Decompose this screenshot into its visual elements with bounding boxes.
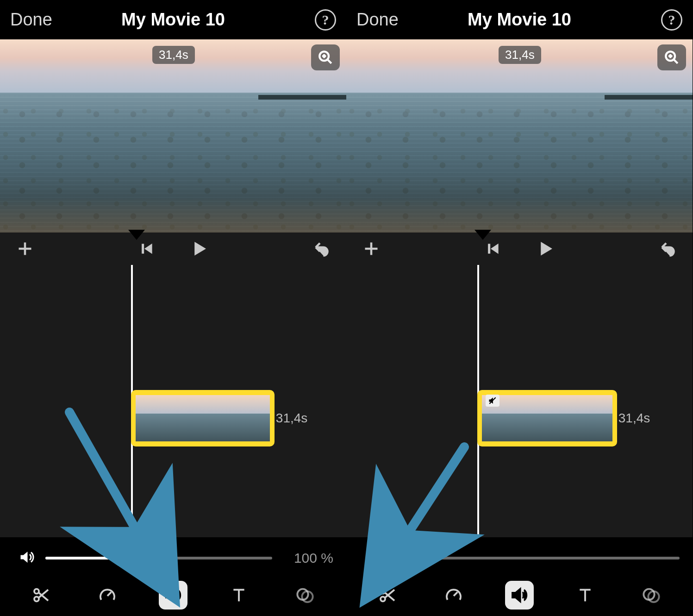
svg-line-23 bbox=[674, 59, 678, 63]
transport-bar bbox=[0, 233, 346, 265]
skip-start-icon bbox=[140, 242, 154, 256]
svg-marker-30 bbox=[541, 243, 552, 255]
done-button[interactable]: Done bbox=[356, 10, 399, 30]
preview-jetty bbox=[605, 95, 693, 100]
help-icon: ? bbox=[322, 12, 329, 28]
undo-icon bbox=[313, 240, 330, 257]
tool-tabs bbox=[346, 574, 693, 616]
volume-tool[interactable] bbox=[505, 581, 534, 610]
text-icon bbox=[230, 586, 248, 604]
text-icon bbox=[576, 586, 594, 604]
plus-icon bbox=[363, 240, 380, 257]
svg-marker-7 bbox=[145, 244, 152, 253]
play-button[interactable] bbox=[533, 237, 557, 261]
speaker-icon bbox=[164, 586, 182, 604]
gauge-icon bbox=[444, 586, 463, 604]
plus-icon bbox=[17, 240, 33, 257]
volume-fill bbox=[45, 557, 166, 559]
zoom-button[interactable] bbox=[311, 44, 340, 70]
video-clip[interactable]: 31,4s bbox=[477, 390, 617, 446]
undo-icon bbox=[659, 240, 676, 257]
text-tool[interactable] bbox=[571, 581, 599, 610]
help-button[interactable]: ? bbox=[315, 9, 336, 31]
top-bar: Done My Movie 10 ? bbox=[0, 0, 346, 39]
speed-tool[interactable] bbox=[439, 581, 468, 610]
speaker-icon bbox=[510, 586, 529, 604]
clip-thumbnail bbox=[136, 395, 270, 441]
done-button[interactable]: Done bbox=[10, 10, 52, 30]
svg-line-39 bbox=[454, 592, 457, 596]
volume-handle[interactable] bbox=[158, 551, 173, 566]
scissors-icon bbox=[32, 586, 50, 604]
svg-line-1 bbox=[327, 59, 331, 63]
timeline[interactable]: 31,4s bbox=[0, 265, 346, 537]
add-media-button[interactable] bbox=[359, 237, 383, 261]
svg-marker-9 bbox=[21, 552, 28, 563]
speaker-muted-icon bbox=[365, 549, 381, 567]
help-button[interactable]: ? bbox=[661, 9, 682, 31]
tool-tabs bbox=[0, 574, 346, 616]
editor-pane-right: Done My Movie 10 ? 31,4s bbox=[346, 0, 693, 616]
scissors-tool[interactable] bbox=[27, 581, 56, 610]
help-icon: ? bbox=[668, 12, 675, 28]
preview-jetty bbox=[258, 95, 346, 100]
svg-line-14 bbox=[107, 592, 111, 596]
volume-slider[interactable] bbox=[392, 557, 680, 559]
text-tool[interactable] bbox=[225, 581, 253, 610]
scissors-tool[interactable] bbox=[373, 581, 402, 610]
video-preview[interactable]: 31,4s bbox=[346, 39, 693, 233]
skip-start-icon bbox=[487, 242, 500, 256]
duration-pill: 31,4s bbox=[152, 46, 195, 64]
volume-tool[interactable] bbox=[159, 581, 187, 610]
clip-duration-label: 31,4s bbox=[618, 411, 650, 426]
skip-start-button[interactable] bbox=[135, 237, 159, 261]
playhead-marker-icon bbox=[128, 230, 145, 240]
zoom-button[interactable] bbox=[657, 44, 686, 70]
filter-tool[interactable] bbox=[637, 581, 666, 610]
svg-marker-15 bbox=[166, 589, 174, 602]
svg-rect-28 bbox=[488, 244, 490, 253]
playhead-marker-icon bbox=[474, 230, 491, 240]
volume-row: 100 % bbox=[0, 542, 346, 574]
play-icon bbox=[537, 240, 554, 257]
add-media-button[interactable] bbox=[13, 237, 37, 261]
clip-thumbnail bbox=[482, 395, 612, 441]
magnifier-plus-icon bbox=[318, 50, 333, 65]
volume-row bbox=[346, 542, 693, 574]
play-icon bbox=[191, 240, 207, 257]
svg-marker-29 bbox=[491, 244, 498, 253]
speed-tool[interactable] bbox=[93, 581, 122, 610]
svg-rect-6 bbox=[142, 244, 144, 253]
gauge-icon bbox=[98, 586, 117, 604]
svg-marker-8 bbox=[195, 243, 206, 255]
top-bar: Done My Movie 10 ? bbox=[346, 0, 693, 39]
duration-pill: 31,4s bbox=[499, 46, 541, 64]
clip-muted-badge bbox=[486, 395, 499, 407]
transport-bar bbox=[346, 233, 693, 265]
volume-handle[interactable] bbox=[393, 551, 408, 566]
preview-sea bbox=[0, 93, 346, 233]
volume-slider[interactable] bbox=[45, 557, 272, 559]
magnifier-plus-icon bbox=[664, 50, 680, 65]
speaker-icon bbox=[19, 549, 35, 567]
filter-icon bbox=[296, 586, 314, 604]
skip-start-button[interactable] bbox=[481, 237, 506, 261]
project-title: My Movie 10 bbox=[121, 10, 225, 30]
clip-duration-label: 31,4s bbox=[276, 411, 308, 426]
play-button[interactable] bbox=[187, 237, 211, 261]
editor-pane-left: Done My Movie 10 ? 31,4s bbox=[0, 0, 346, 616]
volume-percent-label: 100 % bbox=[282, 550, 333, 566]
timeline[interactable]: 31,4s bbox=[346, 265, 693, 537]
scissors-icon bbox=[378, 586, 397, 604]
video-clip[interactable]: 31,4s bbox=[131, 390, 275, 446]
preview-sea bbox=[346, 93, 693, 233]
video-preview[interactable]: 31,4s bbox=[0, 39, 346, 233]
undo-button[interactable] bbox=[656, 237, 680, 261]
svg-marker-40 bbox=[512, 589, 520, 602]
undo-button[interactable] bbox=[309, 237, 333, 261]
filter-tool[interactable] bbox=[291, 581, 319, 610]
project-title: My Movie 10 bbox=[468, 10, 571, 30]
filter-icon bbox=[642, 586, 661, 604]
